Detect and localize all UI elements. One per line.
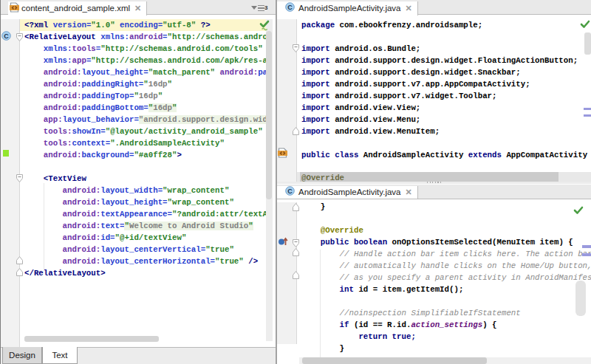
svg-text:C: C <box>4 32 9 40</box>
svg-text:C: C <box>287 4 293 11</box>
svg-text:C: C <box>287 188 293 195</box>
